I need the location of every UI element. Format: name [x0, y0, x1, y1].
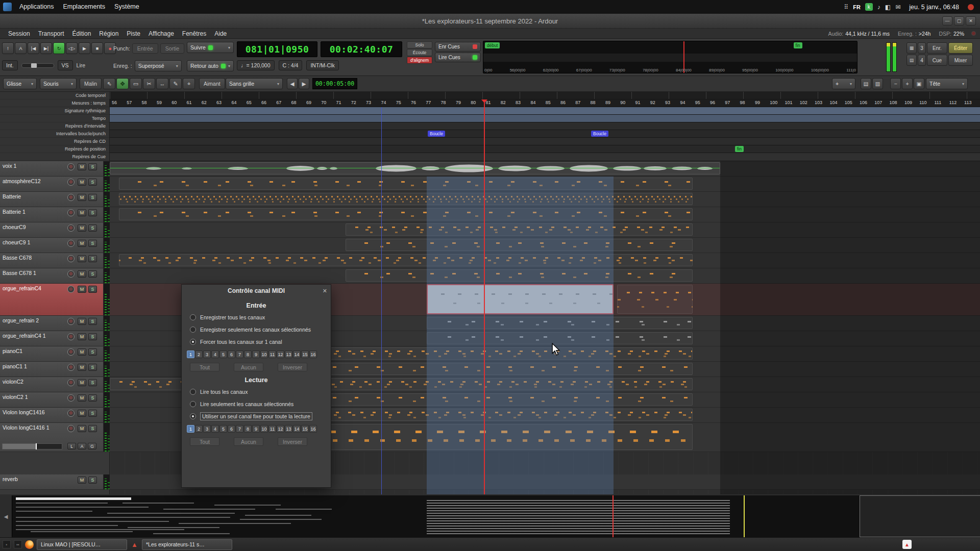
primary-clock[interactable]: 081|01|0950 — [237, 41, 317, 57]
audition-indicator[interactable]: Écoute — [407, 49, 432, 56]
fader-l-button[interactable]: L — [67, 443, 76, 449]
distro-logo-icon[interactable] — [3, 3, 12, 11]
record-arm-button[interactable] — [67, 255, 75, 262]
channel-2-button[interactable]: 2 — [195, 350, 203, 358]
solo-button[interactable]: S — [88, 286, 97, 293]
record-arm-button[interactable] — [67, 348, 75, 356]
mini-timeline[interactable]: début fin 0|0056|00|0062|00|0067|00|0073… — [483, 41, 857, 73]
record-arm-button[interactable] — [67, 333, 75, 340]
mute-button[interactable]: M — [78, 163, 86, 170]
start-marker[interactable]: début — [485, 42, 500, 48]
track-header-atmosphèrec12[interactable]: atmosphèreC12MS — [0, 177, 110, 192]
smart-mode-button[interactable]: Malin — [80, 78, 102, 89]
ruler-label-tempo[interactable]: Tempo — [0, 115, 109, 122]
loop-marker[interactable]: Boucle — [591, 131, 608, 137]
radio-icon[interactable] — [190, 314, 196, 320]
layer-display-icon[interactable]: ▥ — [872, 78, 883, 89]
radio-option-enregistrer-seulement-les-cana[interactable]: Enregistrer seulement les canaux sélecti… — [190, 325, 331, 334]
cue-window-button[interactable]: Cue — [927, 55, 947, 66]
channel-3-button[interactable]: 3 — [203, 350, 211, 358]
channel-11-button[interactable]: 11 — [268, 350, 276, 358]
editor-window-button[interactable]: Éditer — [948, 42, 973, 54]
stop-button[interactable]: ■ — [91, 42, 103, 54]
mute-button[interactable]: M — [78, 379, 86, 386]
track-header-basse-c678-1[interactable]: Basse C678 1MS — [0, 268, 110, 284]
ruler-label-code-temporel[interactable]: Code temporel — [0, 92, 109, 99]
range-markers-ruler[interactable] — [110, 122, 980, 130]
track-header-violon-longc1416[interactable]: Violon longC1416MS — [0, 408, 110, 423]
channel-14-button[interactable]: 14 — [293, 350, 301, 358]
close-button[interactable]: ✕ — [966, 16, 976, 26]
radio-icon[interactable] — [190, 389, 196, 395]
show-desktop-icon[interactable]: ▪ — [3, 540, 11, 548]
mute-button[interactable]: M — [78, 364, 86, 371]
tempo-ruler[interactable] — [110, 115, 980, 122]
channel-16-button[interactable]: 16 — [309, 425, 317, 433]
channel-5-button[interactable]: 5 — [219, 425, 227, 433]
mute-button[interactable]: M — [78, 394, 86, 402]
channel-3-button[interactable]: 3 — [203, 425, 211, 433]
system-menu-applications[interactable]: Applications — [15, 0, 58, 14]
channel-8-button[interactable]: 8 — [244, 350, 252, 358]
menu-session[interactable]: Session — [4, 30, 34, 37]
region[interactable] — [110, 162, 720, 174]
cut-tool[interactable]: ✂ — [143, 78, 155, 89]
record-arm-button[interactable] — [67, 379, 75, 386]
system-menu-emplacements[interactable]: Emplacements — [58, 0, 110, 14]
session-overview[interactable]: ◀ — [0, 495, 980, 537]
edit-point-combo[interactable]: Glisse — [3, 78, 37, 89]
solo-button[interactable]: S — [88, 224, 97, 232]
solo-indicator[interactable]: Solo — [407, 41, 432, 48]
pointer-tool[interactable]: ⇖ — [103, 78, 115, 89]
radio-icon[interactable] — [190, 327, 196, 333]
gain-fader[interactable] — [2, 443, 62, 449]
solo-button[interactable]: S — [88, 179, 97, 186]
record-arm-button[interactable] — [67, 286, 75, 293]
track-header-batterie-1[interactable]: Batterie 1MS — [0, 207, 110, 222]
channel-12-button[interactable]: 12 — [277, 350, 284, 358]
channel-7-button[interactable]: 7 — [236, 350, 243, 358]
mute-button[interactable]: M — [78, 318, 86, 325]
menu-piste[interactable]: Piste — [122, 30, 144, 37]
nudge-forward-button[interactable]: ▶ — [299, 78, 309, 89]
recorder-window-button[interactable]: Enr. — [927, 42, 947, 54]
range-tool[interactable]: ▭ — [130, 78, 142, 89]
track-header-orgue-refrain-2[interactable]: orgue_refrain 2MS — [0, 316, 110, 331]
solo-button[interactable]: S — [88, 240, 97, 247]
keyboard-language-indicator[interactable]: FR — [853, 4, 861, 10]
solo-button[interactable]: S — [88, 364, 97, 371]
channel-5-button[interactable]: 5 — [219, 350, 227, 358]
mixer-layout-icon[interactable]: ▤ — [906, 55, 917, 66]
overview-content[interactable] — [12, 495, 980, 537]
channel-12-button[interactable]: 12 — [277, 425, 284, 433]
record-arm-button[interactable] — [67, 224, 75, 232]
solo-button[interactable]: S — [88, 209, 97, 216]
workspace-switcher-icon[interactable]: ▪▪ — [14, 540, 22, 548]
cd-markers-ruler[interactable] — [110, 138, 980, 145]
shuttle-thumb[interactable] — [31, 63, 37, 68]
ruler-label-intervalles-boucle-punch[interactable]: Intervalles boucle/punch — [0, 130, 109, 138]
ruler-label-repères-d-intervalle[interactable]: Repères d'intervalle — [0, 122, 109, 130]
track-header-reverb[interactable]: reverbMS — [0, 474, 110, 490]
shuttle-slider[interactable] — [21, 63, 54, 68]
tout-button[interactable]: Tout — [190, 363, 219, 371]
end-marker[interactable]: fin — [794, 42, 802, 48]
fader-a-button[interactable]: A — [78, 443, 86, 449]
mute-button[interactable]: M — [78, 348, 86, 356]
ruler-label-repères-de-cue[interactable]: Repères de Cue — [0, 153, 109, 161]
firefox-icon[interactable] — [25, 540, 34, 549]
sync-source-button[interactable]: INT/M-Clk — [306, 60, 338, 70]
solo-button[interactable]: S — [88, 333, 97, 340]
go-end-button[interactable]: ▶| — [40, 42, 52, 54]
mute-button[interactable]: M — [78, 240, 86, 247]
track-header-orgue-refrainc4[interactable]: orgue_refrainC4MS — [0, 284, 110, 316]
nudge-clock[interactable]: 00:00:05:00 — [312, 78, 357, 89]
channel-9-button[interactable]: 9 — [252, 425, 260, 433]
mute-button[interactable]: M — [78, 477, 86, 484]
snap-magnet-button[interactable]: Aimant — [199, 78, 225, 89]
track-header-orgue-refrainc4-1[interactable]: orgue_refrainC4 1MS — [0, 331, 110, 346]
metronome-button[interactable]: A — [15, 42, 27, 54]
workspace-3-button[interactable]: 3 — [918, 42, 926, 54]
solo-button[interactable]: S — [88, 255, 97, 262]
channel-8-button[interactable]: 8 — [244, 425, 252, 433]
